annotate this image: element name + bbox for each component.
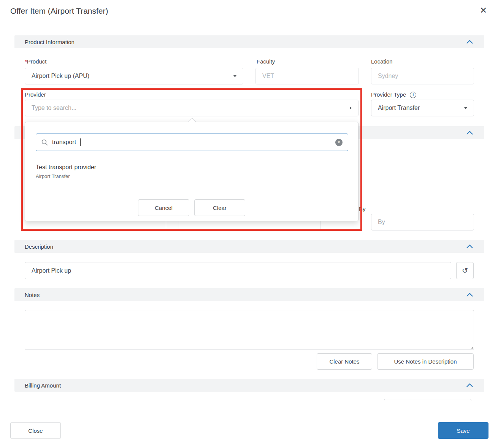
clear-notes-button[interactable]: Clear Notes [317, 353, 372, 370]
provider-placeholder: Type to search... [32, 105, 76, 111]
restore-description-button[interactable]: ↺ [456, 262, 474, 279]
notes-textarea[interactable] [25, 310, 474, 350]
product-select[interactable]: Airport Pick up (APU) [25, 68, 243, 84]
section-header-product-information[interactable]: Product Information [14, 35, 484, 48]
provider-type-label-row: Provider Type i [371, 91, 416, 98]
chevron-up-icon[interactable] [466, 293, 473, 297]
provider-label: Provider [25, 91, 46, 98]
occluded-label-fragment: By [359, 205, 366, 213]
location-input [371, 68, 474, 84]
description-input[interactable] [25, 262, 451, 279]
section-title: Product Information [25, 39, 75, 45]
search-icon [41, 139, 48, 146]
occluded-field-placeholder: By [378, 219, 385, 226]
close-icon[interactable]: ✕ [480, 6, 487, 15]
billing-partial-input [384, 399, 471, 401]
provider-search-popover: transport ✕ Test transport provider Airp… [25, 122, 358, 221]
page-title: Offer Item (Airport Transfer) [10, 6, 108, 16]
provider-type-label: Provider Type [371, 91, 406, 98]
use-notes-in-description-button[interactable]: Use Notes in Description [377, 353, 474, 370]
clear-search-icon[interactable]: ✕ [335, 139, 343, 146]
text-cursor [80, 138, 81, 146]
provider-type-select[interactable]: Airport Transfer [371, 100, 474, 116]
clear-button[interactable]: Clear [194, 199, 245, 216]
header-divider [0, 23, 498, 23]
provider-search-field[interactable]: Type to search... [25, 100, 358, 116]
dropdown-caret-icon [233, 75, 236, 77]
expand-caret-icon [350, 106, 352, 110]
section-header-description[interactable]: Description [14, 240, 484, 253]
result-title: Test transport provider [36, 164, 96, 171]
dropdown-caret-icon [464, 107, 467, 109]
faculty-label: Faculty [257, 58, 275, 65]
history-icon: ↺ [462, 266, 468, 275]
close-button[interactable]: Close [10, 422, 61, 439]
product-label: *Product [25, 58, 47, 65]
provider-type-value: Airport Transfer [378, 105, 420, 111]
chevron-up-icon[interactable] [466, 131, 473, 135]
occluded-field-by[interactable]: By [371, 214, 474, 230]
product-select-value: Airport Pick up (APU) [32, 73, 89, 79]
product-label-text: Product [27, 58, 47, 65]
section-title: Description [25, 243, 53, 250]
faculty-input [255, 68, 359, 84]
section-header-billing-amount[interactable]: Billing Amount [14, 379, 484, 392]
search-result-item[interactable]: Test transport provider Airport Transfer [36, 164, 96, 179]
location-label: Location [371, 58, 393, 65]
section-header-notes[interactable]: Notes [14, 288, 484, 301]
cancel-button[interactable]: Cancel [138, 199, 189, 216]
popover-search-input[interactable]: transport ✕ [36, 133, 348, 151]
section-title: Billing Amount [25, 382, 61, 389]
save-button[interactable]: Save [438, 422, 488, 439]
search-query-text: transport [52, 139, 76, 146]
result-subtitle: Airport Transfer [36, 173, 96, 179]
section-title: Notes [25, 292, 40, 298]
chevron-up-icon[interactable] [466, 383, 473, 387]
chevron-up-icon[interactable] [466, 245, 473, 248]
chevron-up-icon[interactable] [466, 40, 473, 44]
info-icon[interactable]: i [410, 92, 416, 98]
